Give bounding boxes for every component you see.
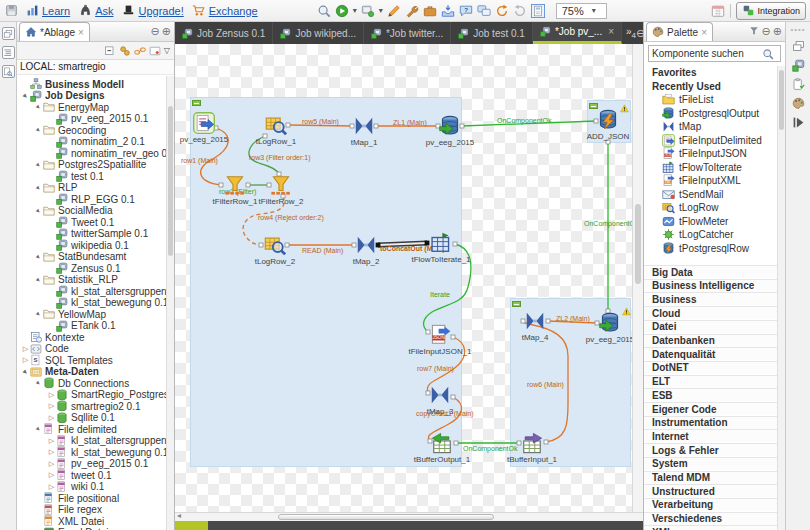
collapsed-arrow-icon[interactable]: ▷ [47,402,56,410]
palette-scrollbar[interactable] [777,66,785,530]
palette-item-tfileinputjson[interactable]: JSONtFileInputJSON [644,147,778,160]
palette-item-tfileinputxml[interactable]: XMLtFileInputXML [644,174,778,187]
connection-anchor[interactable] [451,335,455,339]
undo-icon[interactable] [513,4,527,18]
connection-label[interactable]: ZL1 (Main) [393,119,427,126]
collapsed-arrow-icon[interactable]: ▷ [47,471,56,479]
editor-tab[interactable]: Job Zensus 0.1 [175,22,273,44]
tree-item[interactable]: nominatim_rev_geo 0.1 [17,147,167,159]
palette-item-tfilelist[interactable]: tFileList [644,93,778,106]
connection-label[interactable]: row4 (Reject order:2) [258,214,324,221]
palette-category-talendmdm[interactable]: Talend MDM [644,471,778,484]
run-view-icon[interactable] [791,115,805,129]
palette-controls[interactable]: ⊖⊕ [749,25,785,38]
canvas-node-pv_eeg_2015_out2[interactable] [599,312,621,334]
target-icon[interactable] [361,4,375,18]
canvas-node-tBufferOutput_1[interactable] [431,432,453,454]
canvas-vscrollbar[interactable] [632,44,643,512]
editor-tab[interactable]: Job test 0.1 [451,22,533,44]
chat-icon[interactable]: ? [459,4,473,18]
canvas-node-tMap_4[interactable] [524,310,546,332]
connection-label[interactable]: ZL2 (Main) [556,315,590,322]
editor-tab[interactable]: *Job twitter... [364,22,451,44]
palette-category-internet[interactable]: Internet [644,429,778,442]
tree-item[interactable]: ▸SocialMedia [17,205,167,217]
pagetoggle-icon[interactable] [531,4,545,18]
editor-tab[interactable]: *Job pv_...× [533,22,622,44]
calendar-icon[interactable] [711,4,725,18]
canvas-node-tFileInputJSON_1[interactable]: JSON [429,324,451,346]
editor-tab[interactable]: Job wikiped... [273,22,364,44]
connection-anchor[interactable] [259,243,263,247]
connection-label[interactable]: OnComponentOk [584,220,632,227]
tree-item[interactable]: kl_stat_bewegung 0.1 [17,297,167,309]
palette-item-tfileinputdelimited[interactable]: tFileInputDelimited [644,134,778,147]
tree-item[interactable]: ▸Meta-Daten [17,366,167,378]
connection-anchor[interactable] [219,183,223,187]
connection-anchor[interactable] [451,395,455,399]
task-view-icon[interactable] [791,77,805,91]
collapsed-arrow-icon[interactable]: ▷ [47,437,56,445]
sync-jobs-icon[interactable] [119,45,131,57]
connection-anchor[interactable] [454,441,458,445]
connection-label[interactable]: OnComponentOk [463,445,517,452]
palette-category-eigenercode[interactable]: Eigener Code [644,402,778,415]
pencil-icon[interactable] [387,4,401,18]
palette-category-verarbeitung[interactable]: Verarbeitung [644,498,778,511]
tree-item[interactable]: ▷pv_eeg_2015 0.1 [17,458,167,470]
connection-anchor[interactable] [246,183,250,187]
tree-item[interactable]: ▸EnergyMap [17,101,167,113]
tree-item[interactable]: nominatim_2 0.1 [17,136,167,148]
tree-item[interactable]: Kontexte [17,331,167,343]
chat2-icon[interactable] [477,4,491,18]
tree-item[interactable]: ▸Excel Datei [17,527,167,530]
tree-item[interactable]: ▷tweet 0.1 [17,469,167,481]
toolbar-link-ask[interactable]: Ask [78,4,113,18]
palette-category-unstructured[interactable]: Unstructured [644,484,778,497]
canvas-hscrollbar[interactable]: ◂ [175,512,643,521]
tree-item[interactable]: test 0.1 [17,170,167,182]
palette-item-tsendmail[interactable]: tSendMail [644,188,778,201]
connection-label[interactable]: OnComponentOk [497,117,551,124]
palette-item-tpostgresqlrow[interactable]: tPostgresqlRow [644,242,778,255]
canvas-node-tFlowToIterate_1[interactable] [430,232,452,254]
tree-item[interactable]: XML Datei [17,515,167,527]
repository-scrollbar[interactable] [166,76,174,530]
canvas-node-tFilterRow_1[interactable] [224,174,246,196]
save-icon[interactable] [4,4,18,18]
tree-item[interactable]: ▷kl_stat_bewegung 0.1 [17,446,167,458]
run-icon[interactable] [335,4,349,18]
connection-anchor[interactable] [544,440,548,444]
collapse-all-icon[interactable] [104,45,116,57]
tab-palette[interactable]: Palette × [646,22,713,41]
connection-label[interactable]: row7 (Main) [417,365,454,372]
case-icon[interactable] [423,4,437,18]
tree-item[interactable]: ▷SmartRegio_Postgres 0 [17,389,167,401]
palette-filter-icon[interactable] [749,25,760,36]
find-view-icon[interactable] [2,65,15,78]
palette-category-instrumentation[interactable]: Instrumentation [644,416,778,429]
rail-handle[interactable]: •••• [790,25,805,34]
canvas-node-tLogRow_2[interactable] [264,234,286,256]
tree-item[interactable]: Zensus 0.1 [17,262,167,274]
palette-category-dotnet[interactable]: DotNET [644,361,778,374]
palette-category-elt[interactable]: ELT [644,375,778,388]
canvas-node-tMap_2[interactable] [355,234,377,256]
tree-item[interactable]: ▷smartregio2 0.1 [17,400,167,412]
tree-item[interactable]: ▷wiki 0.1 [17,481,167,493]
tree-item[interactable]: ETank 0.1 [17,320,167,332]
activate-filter-icon[interactable] [149,45,161,57]
restore-view-icon[interactable] [2,27,15,40]
palette-item-tlogrow[interactable]: tLogRow [644,201,778,214]
tree-item[interactable]: Business Modell [17,78,167,90]
palette-category-esb[interactable]: ESB [644,388,778,401]
collapsed-arrow-icon[interactable]: ▷ [21,345,30,353]
toolbar-link-exchange[interactable]: Exchange [192,4,258,18]
connection-label[interactable]: row6 (Main) [527,381,564,388]
link-icon[interactable] [134,45,146,57]
tree-item[interactable]: twitterSample 0.1 [17,228,167,240]
canvas-node-tMap_1[interactable] [353,115,375,137]
palette-item-tflowtoiterate[interactable]: tFlowToIterate [644,161,778,174]
collapsed-arrow-icon[interactable]: ▷ [47,448,56,456]
tree-item[interactable]: kl_stat_altersgruppen 0 [17,285,167,297]
